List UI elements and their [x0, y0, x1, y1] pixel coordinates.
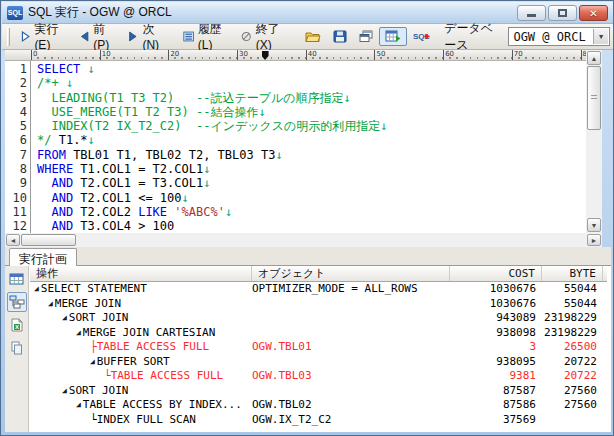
copy-button[interactable] [7, 338, 27, 358]
tab-execution-plan[interactable]: 実行計画 [9, 248, 77, 266]
grid-view-icon [9, 273, 24, 285]
code-segment: */ [37, 133, 51, 147]
code-line[interactable]: AND T2.COL1 <= 100↓ [37, 191, 586, 205]
maximize-button[interactable] [548, 5, 577, 21]
line-number: 6 [5, 133, 27, 147]
grid-view-button[interactable] [7, 269, 27, 289]
code-line[interactable]: LEADING(T1 T3 T2) --読込テーブルの順序指定↓ [37, 91, 586, 105]
code-line[interactable]: SELECT ↓ [37, 62, 586, 76]
code-line[interactable]: AND T2.COL1 = T3.COL1↓ [37, 176, 586, 190]
tree-view-button[interactable] [7, 292, 27, 312]
plan-object: OGW.TBL03 [252, 369, 450, 384]
newline-mark-icon: ↓ [66, 76, 73, 90]
plan-row[interactable]: ◢MERGE JOIN CARTESIAN93809823198229 [30, 326, 607, 341]
tree-expander-icon[interactable]: ◢ [62, 386, 67, 395]
line-number: 11 [5, 205, 27, 219]
minimize-button[interactable] [517, 5, 546, 21]
newline-mark-icon: ↓ [88, 133, 95, 147]
sql-plus-icon: SQL [413, 30, 430, 43]
database-value: OGW @ ORCL [513, 30, 585, 44]
code-line[interactable]: */ T1.*↓ [37, 133, 586, 147]
minimize-icon [527, 14, 536, 17]
code-segment: T2.COL2 [73, 205, 138, 219]
plan-row[interactable]: ◢BUFFER SORT93809520722 [30, 355, 607, 370]
plan-object [252, 384, 450, 399]
plan-operation: SORT JOIN [69, 311, 129, 324]
code-line[interactable]: /*+ ↓ [37, 76, 586, 90]
code-segment: LEADING(T1 T3 T2) --読込テーブルの順序指定 [37, 91, 344, 105]
col-header-operation[interactable]: 操作 [30, 266, 252, 281]
col-header-object[interactable]: オブジェクト [252, 266, 450, 281]
bottom-tabbar: 実行計画 [5, 247, 611, 266]
ruler-tick-cell: 10 [100, 50, 169, 61]
save-button[interactable] [327, 27, 353, 46]
tree-expander-icon[interactable]: ◢ [62, 313, 67, 322]
scroll-up-icon[interactable]: ▲ [587, 51, 601, 65]
export-excel-button[interactable]: X [7, 315, 27, 335]
code-line[interactable]: INDEX(T2 IX_T2_C2) --インデックスの明示的利用指定↓ [37, 119, 586, 133]
code-segment: TBL01 T1, TBL02 T2, TBL03 T3 [66, 148, 276, 162]
scroll-left-icon[interactable]: ◄ [6, 234, 20, 246]
toolbar-grip[interactable] [7, 28, 10, 46]
copy-icon [10, 341, 23, 355]
plan-row[interactable]: └INDEX FULL SCANOGW.IX_T2_C237569 [30, 413, 607, 428]
editor-hscrollbar[interactable]: ◄ ► [5, 233, 602, 247]
plan-cost: 943089 [450, 311, 542, 326]
cascade-windows-button[interactable] [353, 27, 379, 46]
tree-expander-icon[interactable]: ◢ [90, 357, 95, 366]
scroll-right-icon[interactable]: ► [587, 234, 601, 246]
newline-mark-icon: ↓ [203, 162, 210, 176]
tree-expander-icon[interactable]: ◢ [76, 400, 81, 409]
line-number: 5 [5, 119, 27, 133]
col-header-cost[interactable]: COST [450, 266, 542, 281]
tree-view-icon [9, 295, 25, 309]
plan-operation: MERGE JOIN [55, 297, 121, 310]
sql-code-area[interactable]: SELECT ↓/*+ ↓ LEADING(T1 T3 T2) --読込テーブル… [32, 61, 586, 233]
sql-editor[interactable]: 123456789101112 SELECT ↓/*+ ↓ LEADING(T1… [5, 61, 586, 233]
code-segment [37, 219, 51, 233]
plan-row[interactable]: ◢SORT JOIN94308923198229 [30, 311, 607, 326]
code-line[interactable]: AND T2.COL2 LIKE '%ABC%'↓ [37, 205, 586, 219]
plan-table-header[interactable]: 操作 オブジェクト COST BYTE [30, 266, 607, 282]
ruler-tick-cell: 40 [306, 50, 375, 61]
app-window: SQL SQL 実行 - OGW @ ORCL ✕ 実行(E) 前(P) 次(N… [0, 0, 614, 436]
editor-vscrollbar[interactable]: ▲ ▼ [586, 50, 602, 233]
plan-object: OGW.TBL01 [252, 340, 450, 355]
plan-table: 操作 オブジェクト COST BYTE ◢SELECT STATEMENTOPT… [30, 266, 607, 432]
plan-row[interactable]: ◢SELECT STATEMENTOPTIMIZER_MODE = ALL_RO… [30, 282, 607, 297]
plan-row[interactable]: └TABLE ACCESS FULLOGW.TBL03938120722 [30, 369, 607, 384]
code-line[interactable]: AND T3.COL4 > 100 [37, 219, 586, 233]
database-combobox[interactable]: OGW @ ORCL ▼ [508, 27, 610, 46]
plan-view-toggle-button[interactable] [379, 27, 407, 46]
code-line[interactable]: FROM TBL01 T1, TBL02 T2, TBL03 T3↓ [37, 148, 586, 162]
tree-expander-icon[interactable]: ◢ [34, 284, 39, 293]
tree-expander-icon[interactable]: ◢ [76, 328, 81, 337]
chevron-down-icon[interactable]: ▼ [593, 29, 608, 44]
col-header-byte[interactable]: BYTE [542, 266, 603, 281]
code-line[interactable]: USE_MERGE(T1 T2 T3) --結合操作↓ [37, 105, 586, 119]
newline-mark-icon: ↓ [344, 91, 351, 105]
newline-mark-icon: ↓ [88, 62, 95, 76]
plan-row[interactable]: ◢SORT JOIN8758727560 [30, 384, 607, 399]
plan-row[interactable]: ├TABLE ACCESS FULLOGW.TBL01326500 [30, 340, 607, 355]
line-number: 7 [5, 148, 27, 162]
code-segment: AND [51, 176, 73, 190]
plan-operation: TABLE ACCESS FULL [111, 369, 224, 382]
triangle-left-icon [79, 30, 90, 43]
newline-mark-icon: ↓ [203, 176, 210, 190]
cascade-windows-icon [359, 30, 373, 43]
plan-object [252, 297, 450, 312]
close-button[interactable]: ✕ [579, 5, 608, 21]
line-number: 9 [5, 176, 27, 190]
plan-row[interactable]: ◢TABLE ACCESS BY INDEX...OGW.TBL02875862… [30, 398, 607, 413]
history-label: 履歴(L) [198, 21, 229, 52]
tree-expander-icon[interactable]: ◢ [48, 299, 53, 308]
sql-add-button[interactable]: SQL [407, 27, 436, 46]
open-folder-icon [305, 30, 321, 43]
code-line[interactable]: WHERE T1.COL1 = T2.COL1↓ [37, 162, 586, 176]
plan-row[interactable]: ◢MERGE JOIN103067655044 [30, 297, 607, 312]
vscroll-thumb[interactable] [587, 66, 601, 130]
scroll-down-icon[interactable]: ▼ [587, 218, 601, 232]
hscroll-thumb[interactable] [21, 234, 76, 246]
open-file-button[interactable] [299, 27, 327, 46]
